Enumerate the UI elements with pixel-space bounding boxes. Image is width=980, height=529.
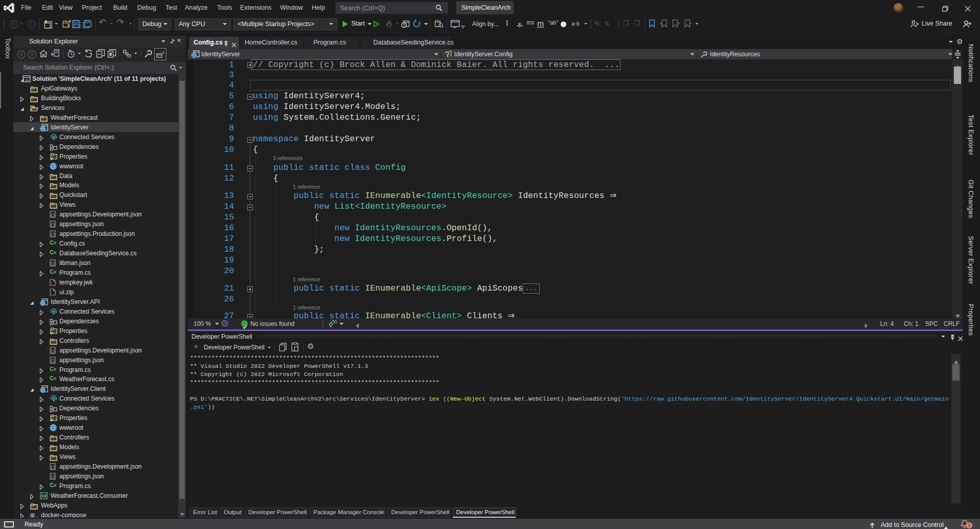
svg-text:{}: {} (50, 465, 55, 469)
svg-text:{}: {} (50, 261, 55, 266)
svg-text:{}: {} (50, 232, 55, 236)
svg-text:C#: C# (41, 494, 47, 498)
svg-text:{}: {} (50, 212, 55, 217)
svg-text:{}: {} (50, 348, 55, 353)
svg-text:{}: {} (50, 474, 55, 479)
svg-text:{}: {} (50, 358, 55, 363)
svg-text:{}: {} (50, 222, 55, 227)
